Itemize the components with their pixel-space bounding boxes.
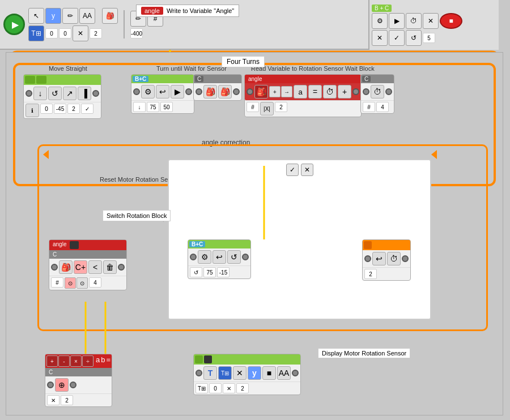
isb-hash: # xyxy=(51,277,63,288)
brb-val1: 0 xyxy=(209,383,222,393)
it-val1: 75 xyxy=(203,267,216,277)
rv-val: 2 xyxy=(275,102,287,112)
conn15 xyxy=(364,255,371,262)
tu-val1: 75 xyxy=(147,102,159,112)
text-grid-btn[interactable]: T⊞ xyxy=(28,25,44,41)
dark-icon xyxy=(70,241,79,249)
brb-val2: 2 xyxy=(236,383,249,393)
switch-rotation-label: Switch Rotation Block xyxy=(103,210,171,221)
plus2-icon: + xyxy=(338,85,351,98)
conn9 xyxy=(363,88,369,95)
y-icon: y xyxy=(248,366,261,380)
play-icon: ▶ xyxy=(12,19,19,30)
green-icon2 xyxy=(195,355,203,363)
conn13 xyxy=(190,254,197,260)
angle-badge: angle xyxy=(141,7,163,15)
toolbar-row-2: T⊞ 0 0 ✕ 2 xyxy=(28,25,118,41)
stop-icon: ■ xyxy=(449,17,453,25)
isb-circle: ⊙ xyxy=(65,277,76,289)
angle-tab-red: angle xyxy=(246,76,264,82)
rt-btn2[interactable]: ▶ xyxy=(389,13,405,29)
dark-icon2 xyxy=(204,355,212,363)
minus-btn: - xyxy=(58,355,70,367)
main-canvas: ▶ ↖ y ✏ AA 🎒 T⊞ 0 0 ✕ 2 xyxy=(0,0,510,420)
c-tab2: C xyxy=(362,76,371,82)
bag3-icon: 🎒 xyxy=(254,85,268,98)
bag-btn[interactable]: 🎒 xyxy=(102,8,118,24)
move-btn[interactable]: y xyxy=(45,8,61,24)
black-sq-icon: ■ xyxy=(262,366,276,380)
conn5 xyxy=(196,88,202,95)
wheel-icon: ⚙ xyxy=(141,85,155,98)
top-toolbar: ▶ ↖ y ✏ AA 🎒 T⊞ 0 0 ✕ 2 xyxy=(0,0,499,50)
rt-check1[interactable]: ✓ xyxy=(389,30,405,46)
bag2-icon: 🎒 xyxy=(218,85,232,98)
rv-hash: # xyxy=(246,102,259,112)
wheel2-icon: ⚙ xyxy=(198,250,211,264)
rt-btn4[interactable]: ✕ xyxy=(423,13,439,29)
c-tab-bottom: C xyxy=(46,369,55,375)
text-btn[interactable]: AA xyxy=(79,8,95,24)
gs-icon2 xyxy=(36,76,46,84)
tool-row-2: -400 xyxy=(130,28,163,38)
it-val2: -15 xyxy=(217,267,230,277)
stop-icon2: ▐ xyxy=(78,87,91,100)
a-icon: a xyxy=(294,85,307,98)
pencil-btn[interactable]: ✏ xyxy=(62,8,78,24)
plus-icon: + xyxy=(269,86,280,97)
conn20 xyxy=(292,370,299,376)
bag4-icon: 🎒 xyxy=(59,260,73,274)
rt-cross1[interactable]: ✕ xyxy=(372,30,388,46)
stop-button[interactable]: ■ xyxy=(440,13,462,29)
sp-icon: ▶ xyxy=(171,85,184,98)
b-label: b xyxy=(101,355,105,367)
tu-down: ↓ xyxy=(133,102,146,112)
abs-icon: |X| xyxy=(260,102,274,115)
conn17 xyxy=(47,382,54,388)
isb-dot: ⊙ xyxy=(76,277,88,289)
bdb-cross: ✕ xyxy=(47,395,60,405)
inner-turn-block: B+C ⚙ ↩ ↺ ↺ 75 -15 xyxy=(188,239,251,279)
conn3 xyxy=(133,88,140,95)
rb1-val: 4 xyxy=(376,102,389,112)
rt-btn3[interactable]: ⏱ xyxy=(406,13,422,29)
conn6 xyxy=(233,88,240,95)
cursor-btn[interactable]: ↖ xyxy=(28,8,44,24)
neg400: -400 xyxy=(130,28,143,38)
c-tab: C xyxy=(195,76,203,82)
rt-row1: B + C xyxy=(372,5,462,12)
it-refresh: ↺ xyxy=(190,267,202,277)
rt-rot1[interactable]: ↺ xyxy=(406,30,422,46)
aa-icon: AA xyxy=(277,366,291,380)
bc-tab: B+C xyxy=(133,76,148,82)
bottom-display-block: + - × ÷ a b = C ⊕ ✕ 2 xyxy=(45,354,112,407)
motor-icon: ↓ xyxy=(33,87,47,100)
timer-icon: ⏱ xyxy=(323,85,337,98)
angle-tab2: angle xyxy=(50,241,69,249)
ms-val2: -45 xyxy=(54,104,66,114)
orange-icon xyxy=(364,241,372,249)
a-label: a xyxy=(96,355,100,367)
rt-group: B + C ⚙ ▶ ⏱ ✕ ■ ✕ ✓ ↺ 5 xyxy=(372,5,462,46)
check-btn[interactable]: ✓ xyxy=(286,164,299,176)
cross-btn[interactable]: ✕ xyxy=(73,25,88,41)
conn19 xyxy=(196,370,202,376)
plus3-icon: ⊕ xyxy=(55,378,69,392)
rt-btn1[interactable]: ⚙ xyxy=(372,13,388,29)
right-block-1: C ⏱ # 4 xyxy=(360,74,394,114)
back-icon: ↩ xyxy=(372,252,386,265)
info-icon: ℹ xyxy=(26,104,39,117)
conn4 xyxy=(185,88,192,95)
conn2 xyxy=(92,90,99,97)
x-btn[interactable]: ✕ xyxy=(301,164,313,176)
div-btn: ÷ xyxy=(82,355,94,367)
turn-icon: ↩ xyxy=(156,85,169,98)
compare-icon: C+ xyxy=(74,260,87,274)
conn1 xyxy=(26,90,32,97)
toolbar-buttons: ↖ y ✏ AA 🎒 T⊞ 0 0 ✕ 2 xyxy=(28,8,118,41)
conn7 xyxy=(246,88,253,95)
turn2-icon: ↩ xyxy=(212,250,226,264)
play-button[interactable]: ▶ xyxy=(3,14,25,35)
read-variable-block: angle 🎒 + → a = ⏱ + # |X| 2 xyxy=(244,74,362,117)
tb-val: 2 xyxy=(364,269,377,279)
